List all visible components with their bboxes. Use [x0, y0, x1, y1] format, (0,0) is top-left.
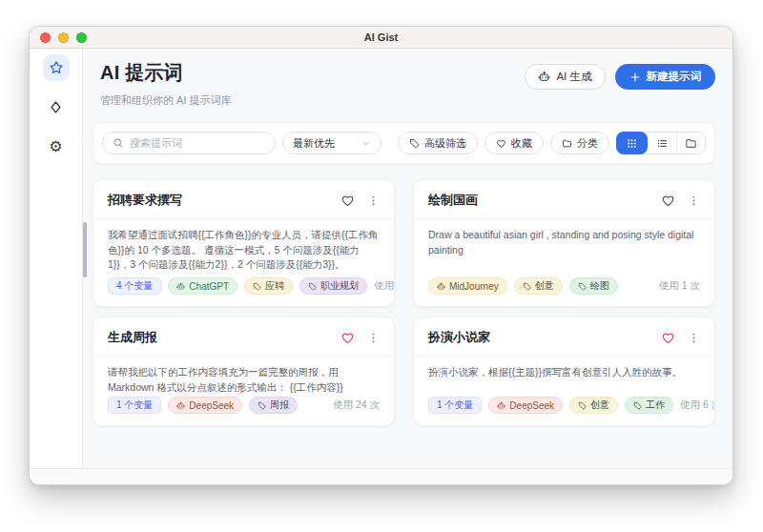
- cards-grid: 招聘要求撰写 我希望通过面试招聘{{工作角色}}的专业人员，请提供{{工作角色}…: [93, 179, 715, 426]
- more-menu-icon[interactable]: [367, 194, 380, 207]
- more-menu-icon[interactable]: [367, 332, 380, 344]
- app-window: AI Gist ⚙ AI 提示词 管理和组织你的 AI 提示词库: [29, 26, 733, 485]
- search-box[interactable]: [102, 132, 276, 154]
- search-icon: [113, 137, 124, 149]
- window-bottom-bar: [30, 468, 732, 484]
- grid-view-icon: [626, 137, 638, 150]
- ai-generate-label: AI 生成: [556, 70, 591, 84]
- tag-badge: 绘图: [569, 277, 618, 295]
- list-view-icon: [656, 137, 669, 150]
- favorite-heart-icon[interactable]: [661, 194, 675, 208]
- chevron-down-icon: [361, 138, 371, 149]
- usage-count: 使用 24 次: [333, 399, 380, 412]
- categories-button[interactable]: 分类: [550, 132, 609, 154]
- main-content: AI 提示词 管理和组织你的 AI 提示词库 AI 生成 新建提示词: [83, 49, 732, 468]
- sidebar-item-favorites[interactable]: [43, 54, 70, 81]
- categories-label: 分类: [577, 136, 598, 151]
- sidebar-item-settings[interactable]: ⚙: [43, 133, 70, 159]
- page-title: AI 提示词: [100, 60, 232, 86]
- badge-label: 创意: [590, 399, 609, 412]
- model-badge: DeepSeek: [488, 397, 563, 414]
- tag-badge: 创意: [569, 397, 618, 414]
- prompt-card[interactable]: 绘制国画 Draw a beautiful asian girl , stand…: [413, 179, 715, 307]
- scrollbar-thumb[interactable]: [83, 222, 87, 277]
- badge-label: MidJourney: [449, 281, 499, 292]
- prompt-card[interactable]: 扮演小说家 扮演小说家，根据{{主题}}撰写富有创意引人入胜的故事。 1 个变量…: [413, 317, 715, 426]
- badge-label: DeepSeek: [189, 400, 234, 411]
- more-menu-icon[interactable]: [688, 194, 700, 207]
- tag-icon: [633, 401, 642, 410]
- search-input[interactable]: [130, 137, 265, 149]
- tag-icon: [308, 282, 317, 291]
- view-folder-button[interactable]: [676, 133, 705, 153]
- favorite-heart-icon[interactable]: [340, 194, 355, 208]
- favorite-heart-icon[interactable]: [661, 331, 675, 345]
- prompt-card-content: Draw a beautiful asian girl , standing a…: [414, 219, 714, 257]
- tag-icon: [578, 401, 587, 410]
- new-prompt-label: 新建提示词: [647, 70, 702, 84]
- view-list-button[interactable]: [648, 133, 676, 153]
- folder-view-icon: [685, 137, 697, 150]
- zoom-button[interactable]: [76, 32, 87, 43]
- ai-generate-button[interactable]: AI 生成: [525, 64, 605, 90]
- variable-count-badge: 4 个变量: [108, 277, 161, 295]
- tag-badge: 创意: [514, 277, 563, 295]
- tag-icon: [578, 282, 587, 291]
- toolbar: 最新优先 高级筛选 收藏 分类: [93, 122, 715, 164]
- favorites-filter-button[interactable]: 收藏: [485, 132, 544, 154]
- robot-icon: [538, 71, 550, 83]
- favorites-filter-label: 收藏: [511, 136, 532, 151]
- prompt-card-title: 招聘要求撰写: [108, 192, 182, 209]
- model-badge: MidJourney: [428, 277, 507, 295]
- sidebar-item-prompts[interactable]: [43, 93, 70, 120]
- badge-label: ChatGPT: [189, 281, 229, 292]
- tag-badge: 工作: [625, 397, 673, 414]
- badge-label: 应聘: [265, 279, 284, 293]
- robot-icon: [437, 282, 445, 291]
- model-badge: ChatGPT: [168, 277, 237, 295]
- folder-icon: [562, 138, 572, 149]
- prompt-card-title: 绘制国画: [428, 192, 478, 209]
- prompt-card-title: 生成周报: [108, 329, 157, 346]
- star-icon: [49, 60, 64, 75]
- traffic-lights: [40, 32, 87, 43]
- favorite-heart-icon[interactable]: [340, 331, 355, 345]
- prompt-card-title: 扮演小说家: [428, 329, 490, 346]
- prompt-card-content: 请帮我把以下的工作内容填充为一篇完整的周报，用 Markdown 格式以分点叙述…: [93, 357, 394, 395]
- robot-icon: [176, 282, 185, 291]
- model-badge: DeepSeek: [168, 397, 242, 414]
- close-button[interactable]: [40, 32, 51, 43]
- advanced-filter-button[interactable]: 高级筛选: [398, 132, 478, 154]
- sidebar: ⚙: [30, 49, 83, 468]
- more-menu-icon[interactable]: [688, 332, 700, 344]
- variable-count-badge: 1 个变量: [108, 397, 161, 414]
- page-header: AI 提示词 管理和组织你的 AI 提示词库 AI 生成 新建提示词: [93, 60, 715, 108]
- usage-count: 使用 6 次: [680, 399, 715, 412]
- advanced-filter-label: 高级筛选: [424, 136, 466, 151]
- sort-value: 最新优先: [293, 136, 335, 151]
- badge-label: DeepSeek: [509, 400, 554, 411]
- usage-count: 使用 1 次: [659, 279, 700, 293]
- variable-count-badge: 1 个变量: [428, 397, 482, 414]
- heart-icon: [496, 138, 506, 149]
- prompt-card[interactable]: 生成周报 请帮我把以下的工作内容填充为一篇完整的周报，用 Markdown 格式…: [93, 317, 395, 426]
- view-switcher: [616, 132, 706, 154]
- tag-icon: [409, 138, 420, 149]
- tag-icon: [258, 401, 266, 410]
- window-title: AI Gist: [30, 31, 732, 43]
- tag-badge: 职业规划: [299, 277, 367, 295]
- prompt-card-content: 我希望通过面试招聘{{工作角色}}的专业人员，请提供{{工作角色}}的 10 个…: [93, 219, 394, 273]
- gear-icon: ⚙: [49, 137, 62, 155]
- usage-count: 使用 8 次: [374, 279, 395, 293]
- minimize-button[interactable]: [58, 32, 69, 43]
- prompt-card-content: 扮演小说家，根据{{主题}}撰写富有创意引人入胜的故事。: [414, 357, 714, 380]
- tag-badge: 周报: [249, 397, 298, 414]
- sort-select[interactable]: 最新优先: [282, 132, 382, 154]
- prompt-card[interactable]: 招聘要求撰写 我希望通过面试招聘{{工作角色}}的专业人员，请提供{{工作角色}…: [93, 179, 395, 307]
- new-prompt-button[interactable]: 新建提示词: [615, 64, 716, 90]
- diamond-icon: [49, 100, 63, 114]
- badge-label: 绘图: [590, 279, 609, 293]
- view-grid-button[interactable]: [616, 132, 648, 154]
- page-subtitle: 管理和组织你的 AI 提示词库: [100, 93, 232, 108]
- tag-icon: [253, 282, 261, 291]
